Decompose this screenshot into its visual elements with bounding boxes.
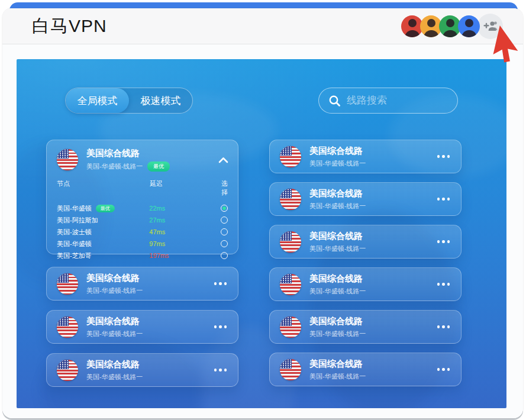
node-name: 美国-波士顿 — [57, 228, 92, 237]
add-user-icon — [483, 20, 498, 32]
node-radio[interactable] — [221, 217, 228, 224]
us-flag-icon — [280, 359, 301, 380]
node-row[interactable]: 美国-芝加哥 197ms — [57, 250, 228, 261]
card-title: 美国综合线路 — [309, 358, 366, 370]
node-table: 节点 延迟 选择 美国-华盛顿最优 22ms — [47, 179, 238, 261]
screen: 白马VPN — [0, 0, 526, 420]
window-content: 全局模式 极速模式 — [2, 44, 523, 418]
card-subtitle: 美国-华盛顿-线路一 — [309, 372, 366, 381]
titlebar: 白马VPN — [2, 8, 523, 44]
us-flag-icon — [57, 316, 78, 338]
node-radio[interactable] — [221, 228, 228, 235]
add-user-button[interactable] — [477, 14, 503, 39]
collapse-button[interactable] — [215, 153, 232, 167]
line-card[interactable]: 美国综合线路 美国-华盛顿-线路一 — [46, 353, 238, 387]
optimal-badge: 最优 — [147, 161, 170, 172]
card-subtitle: 美国-华盛顿-线路一 — [86, 373, 143, 382]
latency-value: 47ms — [149, 228, 221, 235]
node-name: 美国-芝加哥 — [57, 251, 92, 260]
mode-tabs: 全局模式 极速模式 — [65, 88, 193, 114]
more-options-button[interactable] — [436, 322, 451, 332]
search-box[interactable] — [318, 88, 458, 114]
left-column: 美国综合线路 美国-华盛顿-线路一最优 — [46, 140, 238, 396]
node-radio[interactable] — [221, 240, 228, 247]
line-card[interactable]: 美国综合线路 美国-华盛顿-线路一 — [269, 267, 462, 301]
node-row[interactable]: 美国-华盛顿最优 22ms — [57, 202, 228, 214]
latency-value: 197ms — [149, 252, 221, 259]
tab-speed-mode[interactable]: 极速模式 — [129, 88, 192, 113]
us-flag-icon — [280, 189, 301, 210]
node-radio[interactable] — [221, 205, 228, 212]
card-subtitle: 美国-华盛顿-线路一 — [86, 329, 143, 338]
node-table-header: 节点 延迟 选择 — [57, 179, 228, 197]
chevron-up-icon — [218, 157, 228, 163]
expanded-card-header: 美国综合线路 美国-华盛顿-线路一最优 — [47, 140, 238, 172]
vpn-panel: 全局模式 极速模式 — [17, 59, 506, 408]
latency-value: 97ms — [149, 240, 221, 247]
us-flag-icon — [280, 231, 301, 253]
us-flag-icon — [280, 146, 301, 167]
more-options-button[interactable] — [213, 279, 228, 289]
optimal-badge: 最优 — [96, 205, 115, 212]
latency-value: 27ms — [149, 217, 221, 224]
line-card[interactable]: 美国综合线路 美国-华盛顿-线路一 — [46, 267, 238, 301]
card-subtitle: 美国-华盛顿-线路一 — [309, 202, 366, 211]
more-options-button[interactable] — [213, 322, 228, 332]
latency-value: 22ms — [149, 205, 221, 212]
card-title: 美国综合线路 — [86, 273, 143, 284]
card-subtitle: 美国-华盛顿-线路一 — [309, 287, 366, 296]
card-title: 美国综合线路 — [309, 188, 366, 199]
app-title: 白马VPN — [32, 14, 107, 38]
more-options-button[interactable] — [436, 279, 451, 289]
node-row[interactable]: 美国-波士顿 47ms — [57, 226, 228, 238]
column-node: 节点 — [57, 179, 150, 197]
line-card[interactable]: 美国综合线路 美国-华盛顿-线路一 — [269, 140, 462, 173]
us-flag-icon — [280, 274, 301, 295]
search-icon — [328, 95, 341, 107]
node-name: 美国-华盛顿 — [57, 240, 92, 248]
avatar-group — [404, 14, 503, 39]
line-card-columns: 美国综合线路 美国-华盛顿-线路一最优 — [46, 140, 462, 396]
tab-global-mode[interactable]: 全局模式 — [66, 88, 129, 113]
column-select: 选择 — [221, 179, 228, 197]
avatar[interactable] — [458, 15, 480, 37]
node-row[interactable]: 美国-华盛顿 97ms — [57, 238, 228, 250]
app-window: 白马VPN — [2, 8, 523, 418]
line-card[interactable]: 美国综合线路 美国-华盛顿-线路一 — [269, 310, 462, 344]
node-row[interactable]: 美国-阿拉斯加 27ms — [57, 214, 228, 226]
line-card[interactable]: 美国综合线路 美国-华盛顿-线路一 — [269, 182, 462, 216]
line-card[interactable]: 美国综合线路 美国-华盛顿-线路一 — [269, 225, 462, 259]
more-options-button[interactable] — [436, 364, 451, 374]
card-title: 美国综合线路 — [309, 273, 366, 285]
more-options-button[interactable] — [436, 194, 451, 204]
us-flag-icon — [280, 316, 301, 338]
more-options-button[interactable] — [436, 237, 451, 247]
card-title: 美国综合线路 — [86, 316, 143, 327]
card-subtitle: 美国-华盛顿-线路一最优 — [86, 161, 170, 172]
node-name: 美国-阿拉斯加 — [57, 216, 98, 225]
right-column: 美国综合线路 美国-华盛顿-线路一 美国综合线路 美国-华盛顿-线路一 — [269, 140, 462, 396]
card-text: 美国综合线路 美国-华盛顿-线路一最优 — [86, 148, 170, 172]
more-options-button[interactable] — [213, 365, 228, 375]
search-input[interactable] — [347, 95, 448, 106]
more-options-button[interactable] — [436, 151, 451, 161]
us-flag-icon — [57, 360, 78, 381]
card-subtitle: 美国-华盛顿-线路一 — [309, 329, 366, 338]
line-card[interactable]: 美国综合线路 美国-华盛顿-线路一 — [46, 310, 238, 344]
card-title: 美国综合线路 — [309, 316, 366, 327]
column-latency: 延迟 — [150, 179, 221, 197]
card-subtitle: 美国-华盛顿-线路一 — [86, 286, 143, 295]
card-title: 美国综合线路 — [86, 148, 170, 159]
node-name: 美国-华盛顿 — [57, 204, 92, 213]
card-subtitle: 美国-华盛顿-线路一 — [309, 159, 366, 168]
us-flag-icon — [57, 273, 78, 295]
line-card-expanded[interactable]: 美国综合线路 美国-华盛顿-线路一最优 — [46, 140, 238, 254]
toolbar: 全局模式 极速模式 — [65, 88, 458, 114]
card-title: 美国综合线路 — [309, 146, 366, 157]
card-title: 美国综合线路 — [309, 231, 366, 242]
card-title: 美国综合线路 — [86, 359, 143, 370]
card-subtitle: 美国-华盛顿-线路一 — [309, 244, 366, 253]
line-card[interactable]: 美国综合线路 美国-华盛顿-线路一 — [269, 353, 462, 386]
us-flag-icon — [57, 149, 78, 170]
node-radio[interactable] — [221, 252, 228, 259]
